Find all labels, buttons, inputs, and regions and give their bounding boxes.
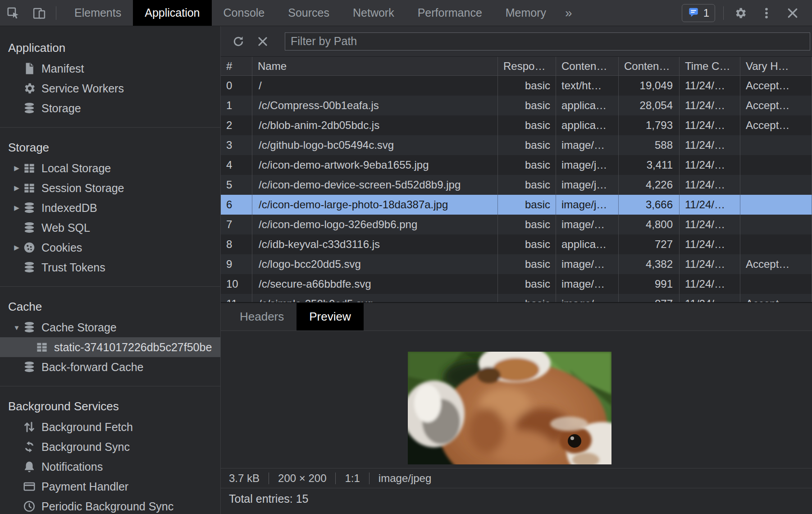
status-item-1: 200 × 200 [269, 472, 335, 485]
preview-panel [221, 331, 812, 468]
sidebar-section-application: ApplicationManifestService WorkersStorag… [0, 26, 220, 128]
tab-performance[interactable]: Performance [406, 0, 494, 26]
cell-time-cached: 11/24/… [680, 274, 740, 294]
toolbar-divider [56, 6, 56, 20]
issues-chat-icon [688, 6, 699, 20]
section-title: Cache [0, 296, 220, 317]
more-tabs-icon[interactable]: » [558, 0, 579, 26]
sidebar-item-cache-storage[interactable]: ▼Cache Storage [0, 317, 220, 337]
disclosure-collapsed-icon[interactable]: ▶ [11, 243, 23, 252]
filter-input[interactable] [285, 32, 810, 50]
sidebar-section-cache: Cache▼Cache Storagestatic-3741017226db5c… [0, 287, 220, 386]
column-header-4[interactable]: Conten… [619, 57, 680, 76]
sidebar-item-storage[interactable]: Storage [0, 98, 220, 118]
table-row[interactable]: 9/c/logo-bcc20dd5.svgbasicimage/…4,38211… [221, 254, 812, 274]
table-row[interactable]: 0/basictext/ht…19,04911/24/…Accept… [221, 76, 812, 96]
sidebar-item-periodic-background-sync[interactable]: Periodic Background Sync [0, 496, 220, 514]
table-row[interactable]: 8/c/idb-keyval-c33d3116.jsbasicapplica…7… [221, 234, 812, 254]
tab-application[interactable]: Application [133, 0, 211, 26]
cell-time-cached: 11/24/… [680, 254, 740, 274]
table-row[interactable]: 3/c/github-logo-bc05494c.svgbasicimage/…… [221, 135, 812, 155]
devtools-toolbar: ElementsApplicationConsoleSourcesNetwork… [0, 0, 812, 26]
tab-preview[interactable]: Preview [297, 303, 363, 330]
payment-card-icon [23, 480, 36, 493]
table-row[interactable]: 11/c/simple-258b0ed5.svgbasicimage/…8771… [221, 294, 812, 302]
sidebar-item-background-sync[interactable]: Background Sync [0, 437, 220, 457]
sidebar-item-payment-handler[interactable]: Payment Handler [0, 477, 220, 496]
sidebar-item-cookies[interactable]: ▶Cookies [0, 238, 220, 257]
cell-vary-header [740, 135, 812, 155]
table-icon [23, 181, 36, 195]
table-row[interactable]: 2/c/blob-anim-2db05bdc.jsbasicapplica…1,… [221, 115, 812, 135]
inspect-icon[interactable] [3, 0, 23, 26]
sidebar-item-label: Background Sync [41, 441, 130, 454]
cell-index: 0 [221, 76, 252, 96]
device-toolbar-icon[interactable] [29, 0, 50, 26]
cell-name: /c/logo-bcc20dd5.svg [252, 254, 498, 274]
cell-index: 9 [221, 254, 252, 274]
cell-vary-header [740, 175, 812, 195]
cell-index: 4 [221, 155, 252, 175]
cell-name: /c/idb-keyval-c33d3116.js [252, 234, 498, 254]
disclosure-collapsed-icon[interactable]: ▶ [11, 204, 23, 212]
sidebar-item-label: Session Storage [41, 182, 124, 195]
table-row[interactable]: 7/c/icon-demo-logo-326ed9b6.pngbasicimag… [221, 215, 812, 234]
sidebar-item-local-storage[interactable]: ▶Local Storage [0, 158, 220, 178]
clock-icon [23, 500, 36, 513]
cell-response-type: basic [498, 155, 556, 175]
disclosure-collapsed-icon[interactable]: ▶ [11, 164, 23, 172]
tab-memory[interactable]: Memory [494, 0, 558, 26]
sidebar-item-indexeddb[interactable]: ▶IndexedDB [0, 198, 220, 218]
cell-content-type: text/ht… [556, 76, 619, 96]
tab-elements[interactable]: Elements [63, 0, 133, 26]
database-icon [23, 321, 36, 334]
refresh-icon[interactable] [228, 35, 249, 48]
cell-index: 6 [221, 195, 252, 215]
sidebar-item-back-forward-cache[interactable]: Back-forward Cache [0, 357, 220, 377]
total-entries: Total entries: 15 [229, 492, 309, 505]
cell-content-type: image/j… [556, 155, 619, 175]
column-header-1[interactable]: Name [252, 57, 498, 76]
cell-time-cached: 11/24/… [680, 96, 740, 115]
status-item-2: 1:1 [336, 472, 369, 485]
tab-console[interactable]: Console [212, 0, 277, 26]
sidebar-item-label: Manifest [41, 62, 84, 75]
close-icon[interactable] [782, 6, 803, 20]
sidebar-item-trust-tokens[interactable]: Trust Tokens [0, 257, 220, 277]
table-row[interactable]: 4/c/icon-demo-artwork-9eba1655.jpgbasici… [221, 155, 812, 175]
tab-network[interactable]: Network [341, 0, 406, 26]
table-row[interactable]: 1/c/Compress-00b1eafa.jsbasicapplica…28,… [221, 96, 812, 115]
more-options-kebab-icon[interactable] [756, 6, 777, 20]
column-header-5[interactable]: Time C… [680, 57, 740, 76]
tab-headers[interactable]: Headers [227, 303, 297, 330]
settings-gear-icon[interactable] [730, 6, 751, 20]
sidebar-item-service-workers[interactable]: Service Workers [0, 78, 220, 98]
column-header-3[interactable]: Conten… [556, 57, 619, 76]
sidebar-item-static-3741017226db5c27f50be[interactable]: static-3741017226db5c27f50be [0, 337, 220, 357]
background-sync-icon [23, 440, 36, 454]
sidebar-item-notifications[interactable]: Notifications [0, 457, 220, 477]
cell-content-length: 877 [619, 294, 680, 302]
preview-image [408, 352, 611, 464]
sidebar-item-manifest[interactable]: Manifest [0, 59, 220, 78]
sidebar-item-label: Storage [41, 102, 81, 115]
disclosure-expanded-icon[interactable]: ▼ [11, 324, 23, 331]
table-row[interactable]: 6/c/icon-demo-large-photo-18da387a.jpgba… [221, 195, 812, 215]
table-row[interactable]: 10/c/secure-a66bbdfe.svgbasicimage/…9911… [221, 274, 812, 294]
cell-index: 2 [221, 115, 252, 135]
sidebar-section-background-services: Background ServicesBackground FetchBackg… [0, 386, 220, 514]
disclosure-collapsed-icon[interactable]: ▶ [11, 184, 23, 192]
sidebar-item-background-fetch[interactable]: Background Fetch [0, 417, 220, 437]
tab-sources[interactable]: Sources [276, 0, 341, 26]
cell-response-type: basic [498, 135, 556, 155]
table-row[interactable]: 5/c/icon-demo-device-screen-5d52d8b9.jpg… [221, 175, 812, 195]
column-header-2[interactable]: Respo… [498, 57, 556, 76]
cell-time-cached: 11/24/… [680, 155, 740, 175]
clear-icon[interactable] [252, 35, 273, 48]
column-header-0[interactable]: # [221, 57, 252, 76]
sidebar-item-web-sql[interactable]: Web SQL [0, 218, 220, 238]
cell-name: /c/icon-demo-large-photo-18da387a.jpg [252, 195, 498, 215]
sidebar-item-session-storage[interactable]: ▶Session Storage [0, 178, 220, 198]
issues-badge[interactable]: 1 [682, 4, 715, 22]
column-header-6[interactable]: Vary H… [740, 57, 812, 76]
